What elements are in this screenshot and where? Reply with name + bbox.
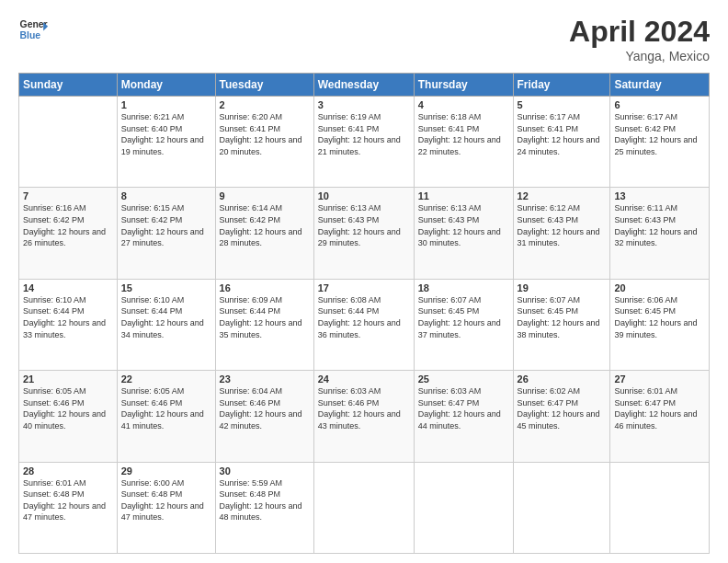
cell-info: Sunrise: 6:19 AMSunset: 6:41 PMDaylight:… <box>318 111 410 157</box>
day-number: 10 <box>318 190 410 201</box>
day-number: 26 <box>518 373 607 385</box>
day-header-sunday: Sunday <box>19 74 118 97</box>
day-number: 28 <box>23 465 113 477</box>
calendar-cell: 15Sunrise: 6:10 AMSunset: 6:44 PMDayligh… <box>117 279 215 370</box>
logo-icon: General Blue <box>18 15 48 44</box>
day-number: 6 <box>614 99 705 110</box>
cell-info: Sunrise: 6:18 AMSunset: 6:41 PMDaylight:… <box>418 111 509 157</box>
cell-info: Sunrise: 6:13 AMSunset: 6:43 PMDaylight:… <box>318 202 410 248</box>
cell-info: Sunrise: 6:05 AMSunset: 6:46 PMDaylight:… <box>121 385 211 431</box>
cell-info: Sunrise: 6:07 AMSunset: 6:45 PMDaylight:… <box>518 294 607 340</box>
day-number: 4 <box>418 99 509 110</box>
calendar-cell: 3Sunrise: 6:19 AMSunset: 6:41 PMDaylight… <box>313 97 414 188</box>
calendar-cell: 10Sunrise: 6:13 AMSunset: 6:43 PMDayligh… <box>313 188 414 279</box>
calendar-cell: 6Sunrise: 6:17 AMSunset: 6:42 PMDaylight… <box>610 97 710 188</box>
day-number: 27 <box>614 373 705 385</box>
calendar-cell <box>513 462 610 553</box>
cell-info: Sunrise: 6:11 AMSunset: 6:43 PMDaylight:… <box>614 202 705 248</box>
calendar-cell: 17Sunrise: 6:08 AMSunset: 6:44 PMDayligh… <box>313 279 414 370</box>
calendar-cell: 22Sunrise: 6:05 AMSunset: 6:46 PMDayligh… <box>117 371 215 462</box>
calendar-cell: 12Sunrise: 6:12 AMSunset: 6:43 PMDayligh… <box>513 188 610 279</box>
calendar-cell: 11Sunrise: 6:13 AMSunset: 6:43 PMDayligh… <box>414 188 513 279</box>
calendar-cell: 27Sunrise: 6:01 AMSunset: 6:47 PMDayligh… <box>610 371 710 462</box>
calendar-cell: 5Sunrise: 6:17 AMSunset: 6:41 PMDaylight… <box>513 97 610 188</box>
cell-info: Sunrise: 5:59 AMSunset: 6:48 PMDaylight:… <box>220 477 310 523</box>
calendar-cell: 1Sunrise: 6:21 AMSunset: 6:40 PMDaylight… <box>117 97 215 188</box>
day-number: 18 <box>418 282 509 293</box>
calendar-cell: 9Sunrise: 6:14 AMSunset: 6:42 PMDaylight… <box>215 188 313 279</box>
cell-info: Sunrise: 6:04 AMSunset: 6:46 PMDaylight:… <box>220 385 310 431</box>
calendar-cell: 28Sunrise: 6:01 AMSunset: 6:48 PMDayligh… <box>19 462 118 553</box>
logo: General Blue <box>18 15 48 44</box>
calendar-cell <box>19 97 118 188</box>
day-number: 3 <box>318 99 410 110</box>
main-title: April 2024 <box>569 15 710 49</box>
cell-info: Sunrise: 6:08 AMSunset: 6:44 PMDaylight:… <box>318 294 410 340</box>
svg-text:Blue: Blue <box>20 30 41 40</box>
day-number: 8 <box>121 190 211 201</box>
day-number: 9 <box>220 190 310 201</box>
calendar-cell: 30Sunrise: 5:59 AMSunset: 6:48 PMDayligh… <box>215 462 313 553</box>
cell-info: Sunrise: 6:17 AMSunset: 6:41 PMDaylight:… <box>518 111 607 157</box>
calendar-cell: 26Sunrise: 6:02 AMSunset: 6:47 PMDayligh… <box>513 371 610 462</box>
cell-info: Sunrise: 6:01 AMSunset: 6:47 PMDaylight:… <box>614 385 705 431</box>
calendar-cell: 13Sunrise: 6:11 AMSunset: 6:43 PMDayligh… <box>610 188 710 279</box>
calendar-week-5: 28Sunrise: 6:01 AMSunset: 6:48 PMDayligh… <box>19 462 710 553</box>
cell-info: Sunrise: 6:09 AMSunset: 6:44 PMDaylight:… <box>220 294 310 340</box>
day-number: 15 <box>121 282 211 293</box>
page: General Blue April 2024 Yanga, Mexico Su… <box>0 0 728 563</box>
day-number: 22 <box>121 373 211 385</box>
day-number: 5 <box>518 99 607 110</box>
cell-info: Sunrise: 6:06 AMSunset: 6:45 PMDaylight:… <box>614 294 705 340</box>
subtitle: Yanga, Mexico <box>569 49 710 63</box>
day-number: 13 <box>614 190 705 201</box>
calendar-cell: 20Sunrise: 6:06 AMSunset: 6:45 PMDayligh… <box>610 279 710 370</box>
calendar-cell: 18Sunrise: 6:07 AMSunset: 6:45 PMDayligh… <box>414 279 513 370</box>
calendar-cell: 16Sunrise: 6:09 AMSunset: 6:44 PMDayligh… <box>215 279 313 370</box>
cell-info: Sunrise: 6:00 AMSunset: 6:48 PMDaylight:… <box>121 477 211 523</box>
day-number: 23 <box>220 373 310 385</box>
day-number: 19 <box>518 282 607 293</box>
cell-info: Sunrise: 6:03 AMSunset: 6:46 PMDaylight:… <box>318 385 410 431</box>
day-number: 25 <box>418 373 509 385</box>
calendar-cell: 29Sunrise: 6:00 AMSunset: 6:48 PMDayligh… <box>117 462 215 553</box>
cell-info: Sunrise: 6:02 AMSunset: 6:47 PMDaylight:… <box>518 385 607 431</box>
calendar-week-4: 21Sunrise: 6:05 AMSunset: 6:46 PMDayligh… <box>19 371 710 462</box>
cell-info: Sunrise: 6:21 AMSunset: 6:40 PMDaylight:… <box>121 111 211 157</box>
header: General Blue April 2024 Yanga, Mexico <box>18 15 710 63</box>
cell-info: Sunrise: 6:13 AMSunset: 6:43 PMDaylight:… <box>418 202 509 248</box>
cell-info: Sunrise: 6:20 AMSunset: 6:41 PMDaylight:… <box>220 111 310 157</box>
title-block: April 2024 Yanga, Mexico <box>569 15 710 63</box>
day-number: 17 <box>318 282 410 293</box>
cell-info: Sunrise: 6:17 AMSunset: 6:42 PMDaylight:… <box>614 111 705 157</box>
day-number: 1 <box>121 99 211 110</box>
calendar-cell: 14Sunrise: 6:10 AMSunset: 6:44 PMDayligh… <box>19 279 118 370</box>
day-number: 29 <box>121 465 211 477</box>
calendar-cell <box>313 462 414 553</box>
calendar-cell: 4Sunrise: 6:18 AMSunset: 6:41 PMDaylight… <box>414 97 513 188</box>
day-number: 2 <box>220 99 310 110</box>
calendar-week-1: 1Sunrise: 6:21 AMSunset: 6:40 PMDaylight… <box>19 97 710 188</box>
day-header-monday: Monday <box>117 74 215 97</box>
day-header-wednesday: Wednesday <box>313 74 414 97</box>
calendar-cell: 25Sunrise: 6:03 AMSunset: 6:47 PMDayligh… <box>414 371 513 462</box>
cell-info: Sunrise: 6:12 AMSunset: 6:43 PMDaylight:… <box>518 202 607 248</box>
calendar-cell: 2Sunrise: 6:20 AMSunset: 6:41 PMDaylight… <box>215 97 313 188</box>
cell-info: Sunrise: 6:10 AMSunset: 6:44 PMDaylight:… <box>23 294 113 340</box>
day-number: 16 <box>220 282 310 293</box>
day-number: 24 <box>318 373 410 385</box>
calendar-table: SundayMondayTuesdayWednesdayThursdayFrid… <box>18 73 710 554</box>
cell-info: Sunrise: 6:01 AMSunset: 6:48 PMDaylight:… <box>23 477 113 523</box>
day-number: 30 <box>220 465 310 477</box>
day-number: 11 <box>418 190 509 201</box>
cell-info: Sunrise: 6:14 AMSunset: 6:42 PMDaylight:… <box>220 202 310 248</box>
calendar-cell: 7Sunrise: 6:16 AMSunset: 6:42 PMDaylight… <box>19 188 118 279</box>
day-number: 21 <box>23 373 113 385</box>
cell-info: Sunrise: 6:16 AMSunset: 6:42 PMDaylight:… <box>23 202 113 248</box>
day-header-saturday: Saturday <box>610 74 710 97</box>
day-number: 20 <box>614 282 705 293</box>
day-header-tuesday: Tuesday <box>215 74 313 97</box>
cell-info: Sunrise: 6:10 AMSunset: 6:44 PMDaylight:… <box>121 294 211 340</box>
calendar-week-3: 14Sunrise: 6:10 AMSunset: 6:44 PMDayligh… <box>19 279 710 370</box>
calendar-cell: 8Sunrise: 6:15 AMSunset: 6:42 PMDaylight… <box>117 188 215 279</box>
